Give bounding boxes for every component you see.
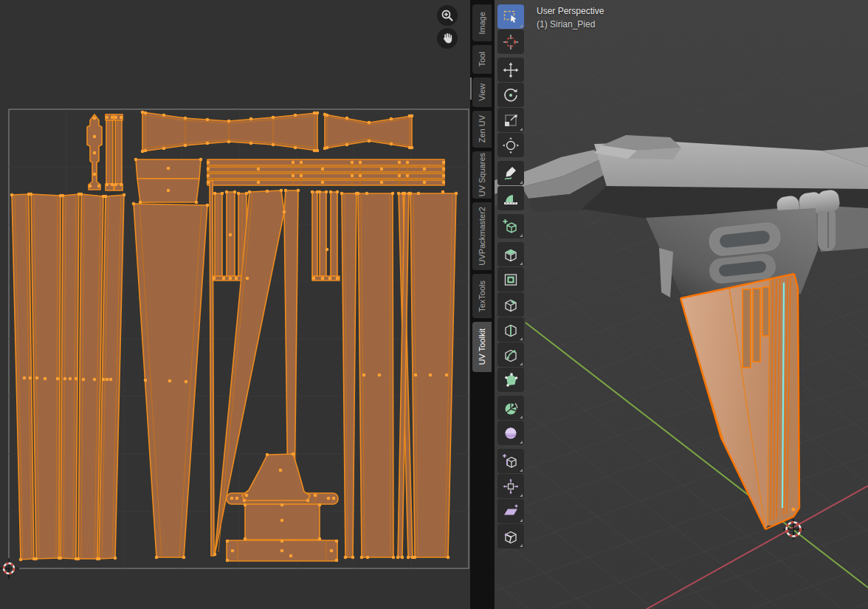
inset-faces-icon [502, 271, 520, 289]
tab-uv-squares[interactable]: UV Squares [472, 151, 492, 199]
blender-window: Image Tool View Zen UV UV Squares UVPack… [0, 0, 868, 609]
tool-loop-cut[interactable] [497, 317, 524, 342]
tool-knife[interactable] [497, 343, 524, 367]
tab-view[interactable]: View [472, 78, 492, 107]
tab-scrollbar[interactable] [470, 78, 472, 100]
spin-icon [502, 399, 520, 417]
uv-zoom-button[interactable] [437, 5, 458, 26]
tool-shelf [497, 4, 526, 549]
tool-shear[interactable] [497, 499, 524, 523]
tool-rip-region[interactable] [497, 524, 524, 548]
poly-build-icon [502, 371, 520, 389]
shrink-fatten-icon [502, 478, 520, 495]
knife-icon [502, 346, 520, 364]
hand-icon [441, 32, 454, 45]
tab-uvpackmaster2[interactable]: UVPackmaster2 [472, 202, 492, 270]
tool-scale[interactable] [497, 108, 524, 132]
loop-cut-icon [502, 321, 520, 339]
tool-measure[interactable] [497, 186, 524, 210]
tool-edge-slide[interactable] [497, 449, 524, 473]
tool-cursor[interactable] [497, 30, 524, 54]
bevel-icon [502, 296, 520, 314]
tool-poly-build[interactable] [497, 368, 524, 392]
magnifier-plus-icon [441, 9, 454, 22]
scale-icon [502, 111, 520, 129]
tab-image[interactable]: Image [472, 4, 492, 41]
viewport-canvas [495, 0, 868, 609]
tool-move[interactable] [497, 58, 524, 82]
tab-textools[interactable]: TexTools [472, 274, 492, 318]
add-cube-icon [502, 218, 520, 235]
select-box-icon [502, 8, 520, 26]
tab-tool[interactable]: Tool [472, 45, 492, 74]
move-icon [502, 61, 520, 79]
tool-smooth[interactable] [497, 421, 524, 445]
tool-transform[interactable] [497, 133, 524, 157]
measure-icon [502, 190, 520, 207]
tool-select-box[interactable] [497, 4, 524, 29]
tool-shrink-fatten[interactable] [497, 474, 524, 498]
uv-pan-button[interactable] [437, 28, 458, 49]
rip-region-icon [502, 528, 520, 546]
edge-slide-icon [502, 453, 520, 470]
transform-icon [502, 137, 520, 154]
cursor-tool-icon [502, 33, 520, 51]
tab-zen-uv[interactable]: Zen UV [472, 111, 492, 148]
tool-rotate[interactable] [497, 83, 524, 107]
smooth-icon [502, 424, 520, 442]
tool-bevel[interactable] [497, 292, 524, 317]
tool-add-cube[interactable] [497, 214, 524, 238]
annotate-pencil-icon [502, 165, 520, 182]
tool-spin[interactable] [497, 396, 524, 420]
rotate-icon [502, 86, 520, 104]
uv-sidebar-tabs: Image Tool View Zen UV UV Squares UVPack… [470, 0, 495, 609]
uv-canvas[interactable] [0, 0, 470, 609]
tool-annotate[interactable] [497, 161, 524, 185]
extrude-region-icon [502, 246, 520, 264]
tool-extrude-region[interactable] [497, 242, 524, 266]
tool-inset-faces[interactable] [497, 267, 524, 292]
viewport-3d[interactable]: User Perspective (1) Sirian_Pied [495, 0, 868, 609]
shear-icon [502, 503, 520, 520]
tab-uv-toolkit[interactable]: UV Toolkit [472, 322, 492, 372]
uv-editor-panel[interactable] [0, 0, 470, 609]
